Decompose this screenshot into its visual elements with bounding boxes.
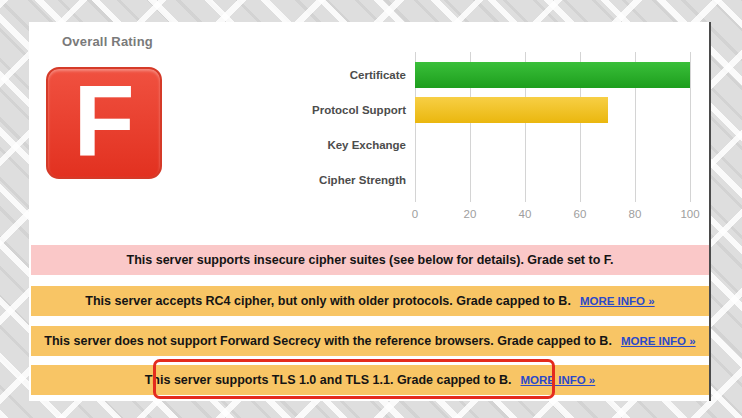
bar-fill-certificate: [415, 62, 690, 88]
x-tick-label: 80: [629, 208, 642, 220]
alert-banner-forward-secrecy: This server does not support Forward Sec…: [31, 326, 709, 356]
more-info-link[interactable]: MORE INFO »: [521, 374, 596, 386]
grade-badge: F: [46, 67, 162, 179]
bar-fill-protocol-support: [415, 97, 608, 123]
bar-row-certificate: [415, 62, 690, 88]
x-tick-label: 0: [412, 208, 418, 220]
alert-banner-insecure-ciphers: This server supports insecure cipher sui…: [31, 245, 709, 275]
ssl-report-panel: Overall Rating F Certificate Protocol Su…: [29, 22, 711, 401]
banner-text: This server does not support Forward Sec…: [44, 334, 612, 348]
x-tick-label: 60: [574, 208, 587, 220]
category-label-cipher-strength: Cipher Strength: [319, 167, 406, 193]
category-label-certificate: Certificate: [350, 62, 406, 88]
bar-row-key-exchange: [415, 132, 690, 158]
more-info-link[interactable]: MORE INFO »: [621, 335, 696, 347]
bar-row-cipher-strength: [415, 167, 690, 193]
x-tick-label: 100: [680, 208, 699, 220]
x-tick-label: 20: [464, 208, 477, 220]
alert-banner-rc4: This server accepts RC4 cipher, but only…: [31, 286, 709, 316]
alert-banner-tls10-tls11: This server supports TLS 1.0 and TLS 1.1…: [31, 365, 709, 395]
grade-letter: F: [73, 70, 134, 170]
more-info-link[interactable]: MORE INFO »: [580, 295, 655, 307]
page-title: Overall Rating: [62, 34, 153, 49]
category-label-protocol-support: Protocol Support: [312, 97, 406, 123]
plot-area: Certificate Protocol Support Key Exchang…: [415, 52, 690, 202]
gridline: [690, 52, 691, 202]
banner-text: This server accepts RC4 cipher, but only…: [85, 294, 571, 308]
patterned-background: Overall Rating F Certificate Protocol Su…: [0, 0, 742, 418]
banner-text: This server supports TLS 1.0 and TLS 1.1…: [145, 373, 512, 387]
bar-row-protocol-support: [415, 97, 690, 123]
x-tick-label: 40: [519, 208, 532, 220]
banner-text: This server supports insecure cipher sui…: [127, 253, 614, 267]
category-label-key-exchange: Key Exchange: [327, 132, 406, 158]
